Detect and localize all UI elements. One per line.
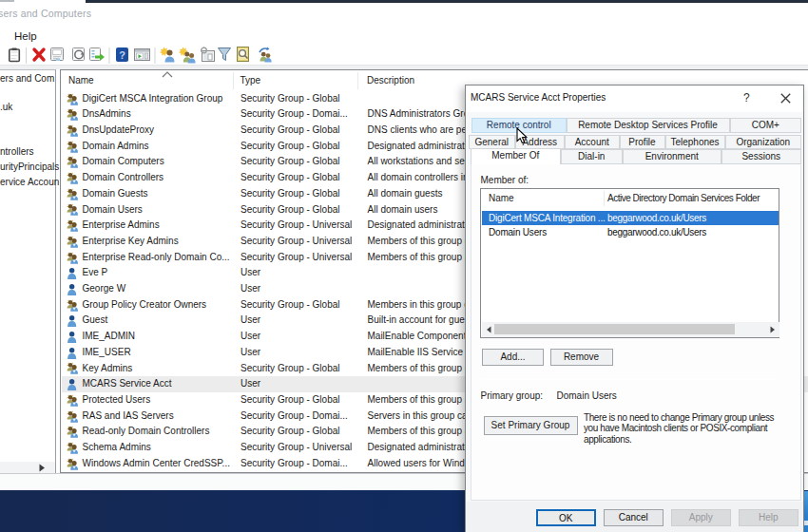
- svg-text:?: ?: [119, 49, 125, 61]
